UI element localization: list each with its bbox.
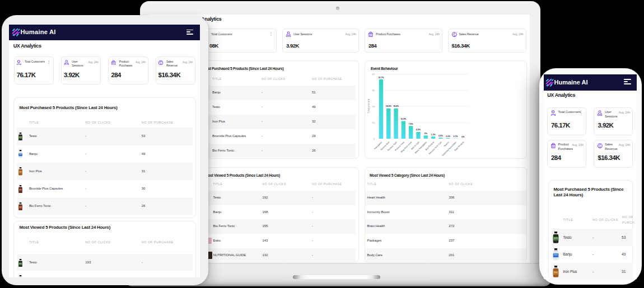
svg-text:10.9%: 10.9%: [400, 118, 407, 120]
svg-text:30: 30: [372, 89, 375, 92]
svg-text:Search: Search: [444, 141, 450, 147]
svg-text:7.9%: 7.9%: [409, 123, 414, 125]
svg-text:10: 10: [372, 121, 375, 124]
svg-text:0.3%: 0.3%: [446, 135, 451, 138]
svg-text:0.1%: 0.1%: [454, 135, 459, 138]
svg-text:20: 20: [372, 105, 375, 108]
svg-text:40: 40: [372, 73, 375, 75]
svg-text:18.8%: 18.8%: [386, 105, 392, 107]
svg-text:0%: 0%: [461, 136, 465, 138]
svg-text:1.3%: 1.3%: [431, 134, 436, 136]
svg-text:Remove from Cart: Remove from Cart: [428, 141, 442, 155]
svg-text:Total percent: Total percent: [367, 98, 370, 114]
svg-text:0: 0: [374, 138, 375, 140]
svg-text:4.2%: 4.2%: [416, 129, 421, 131]
svg-text:0.6%: 0.6%: [438, 135, 444, 137]
svg-text:18.8%: 18.8%: [393, 105, 399, 107]
svg-text:36.7%: 36.7%: [379, 77, 385, 79]
svg-text:2%: 2%: [424, 133, 428, 135]
